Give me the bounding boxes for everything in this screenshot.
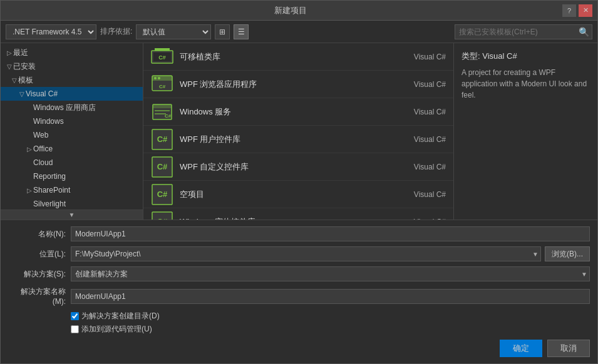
tree-item-recent[interactable]: ▷最近 bbox=[1, 46, 143, 59]
tree-label-windows: Windows bbox=[33, 117, 64, 126]
scroll-down-arrow[interactable]: ▼ bbox=[1, 210, 143, 220]
solution-name-label: 解决方案名称(M): bbox=[8, 286, 71, 306]
tree-item-sharepoint[interactable]: ▷SharePoint bbox=[1, 183, 143, 197]
template-lang-wpf-browser-app: Visual C# bbox=[396, 80, 446, 89]
source-control-checkbox[interactable] bbox=[71, 325, 79, 333]
sort-label: 排序依据: bbox=[100, 26, 132, 37]
template-name-empty-project: 空项目 bbox=[180, 189, 396, 200]
right-panel: 类型: Visual C# A project for creating a W… bbox=[453, 43, 597, 220]
svg-text:C#: C# bbox=[158, 54, 166, 61]
template-name-wpf-custom-control: WPF 自定义控件库 bbox=[180, 161, 396, 173]
main-content: ▷最近▽已安装▽模板▽Visual C#Windows 应用商店WindowsW… bbox=[1, 43, 597, 220]
ok-button[interactable]: 确定 bbox=[500, 340, 542, 357]
name-row: 名称(N): bbox=[8, 226, 590, 241]
tree-label-recent: 最近 bbox=[13, 48, 28, 58]
template-icon-empty-project: C# bbox=[151, 183, 173, 206]
template-name-windows-service: Windows 服务 bbox=[180, 106, 396, 118]
solution-select-wrap: 创建新解决方案 ▼ bbox=[71, 266, 590, 281]
title-controls: ? ✕ bbox=[562, 4, 592, 17]
framework-select[interactable]: .NET Framework 4.5 bbox=[6, 24, 96, 39]
tree-item-visual-csharp[interactable]: ▽Visual C# bbox=[1, 87, 143, 101]
svg-point-6 bbox=[158, 77, 160, 79]
template-item-windows-forms-control[interactable]: C# Windows 窗体控件库Visual C# bbox=[143, 208, 453, 220]
create-directory-checkbox[interactable] bbox=[71, 312, 79, 320]
template-icon-windows-service: C# bbox=[151, 101, 173, 123]
template-item-portable-class-lib[interactable]: C# 可移植类库Visual C# bbox=[143, 43, 453, 71]
tree-item-cloud[interactable]: Cloud bbox=[1, 156, 143, 169]
svg-rect-10 bbox=[155, 110, 170, 111]
solution-label: 解决方案(S): bbox=[8, 269, 71, 280]
tree-item-templates[interactable]: ▽模板 bbox=[1, 73, 143, 87]
svg-point-5 bbox=[154, 77, 157, 79]
template-item-windows-service[interactable]: C# Windows 服务Visual C# bbox=[143, 98, 453, 126]
tree-item-windows-store[interactable]: Windows 应用商店 bbox=[1, 101, 143, 114]
search-input[interactable] bbox=[455, 28, 576, 36]
tree-arrow-installed: ▽ bbox=[6, 63, 13, 70]
tree-label-installed: 已安装 bbox=[13, 61, 36, 72]
tree-arrow-recent: ▷ bbox=[6, 49, 13, 56]
template-item-wpf-custom-control[interactable]: C# WPF 自定义控件库Visual C# bbox=[143, 153, 453, 181]
tree-item-reporting[interactable]: Reporting bbox=[1, 169, 143, 183]
checkbox2-label: 添加到源代码管理(U) bbox=[81, 324, 152, 335]
left-panel: ▷最近▽已安装▽模板▽Visual C#Windows 应用商店WindowsW… bbox=[1, 43, 143, 220]
svg-text:C#: C# bbox=[159, 84, 166, 89]
tree-label-cloud: Cloud bbox=[33, 158, 53, 167]
tree-item-installed[interactable]: ▽已安装 bbox=[1, 59, 143, 73]
template-list: C# 可移植类库Visual C# C# WPF 浏览器应用程序Visual C… bbox=[143, 43, 453, 220]
solution-row: 解决方案(S): 创建新解决方案 ▼ bbox=[8, 266, 590, 281]
template-icon-wpf-user-control: C# bbox=[151, 128, 173, 151]
dialog-title: 新建项目 bbox=[18, 5, 562, 16]
template-name-windows-forms-control: Windows 窗体控件库 bbox=[180, 216, 396, 220]
template-item-wpf-user-control[interactable]: C# WPF 用户控件库Visual C# bbox=[143, 126, 453, 153]
solution-select[interactable]: 创建新解决方案 bbox=[71, 266, 590, 281]
bottom-form: 名称(N): 位置(L): ▼ 浏览(B)... 解决方案(S): 创建新解决方… bbox=[1, 220, 597, 363]
template-icon-wpf-browser-app: C# bbox=[151, 73, 173, 96]
tree-arrow-visual-csharp: ▽ bbox=[18, 91, 26, 98]
tree-label-reporting: Reporting bbox=[33, 172, 66, 181]
template-item-wpf-browser-app[interactable]: C# WPF 浏览器应用程序Visual C# bbox=[143, 71, 453, 98]
tree-scroll[interactable]: ▷最近▽已安装▽模板▽Visual C#Windows 应用商店WindowsW… bbox=[1, 43, 143, 210]
template-name-portable-class-lib: 可移植类库 bbox=[180, 51, 396, 63]
checkbox1-label: 为解决方案创建目录(D) bbox=[81, 311, 160, 321]
help-button[interactable]: ? bbox=[562, 4, 576, 17]
list-view-button[interactable]: ☰ bbox=[234, 24, 249, 39]
sort-select[interactable]: 默认值 bbox=[136, 24, 211, 39]
tree-arrow-templates: ▽ bbox=[11, 77, 18, 84]
browse-button[interactable]: 浏览(B)... bbox=[545, 246, 590, 261]
tree-arrow-sharepoint: ▷ bbox=[26, 187, 33, 194]
tree-label-office: Office bbox=[33, 144, 53, 153]
svg-text:C#: C# bbox=[157, 162, 168, 171]
title-bar: 新建项目 ? ✕ bbox=[1, 1, 597, 21]
template-item-empty-project[interactable]: C# 空项目Visual C# bbox=[143, 181, 453, 208]
svg-text:C#: C# bbox=[165, 113, 172, 119]
tree-item-office[interactable]: ▷Office bbox=[1, 142, 143, 156]
tree-arrow-office: ▷ bbox=[26, 146, 33, 153]
svg-rect-9 bbox=[153, 104, 172, 108]
tree-item-silverlight[interactable]: Silverlight bbox=[1, 197, 143, 210]
tree-label-windows-store: Windows 应用商店 bbox=[33, 103, 96, 113]
bottom-buttons: 确定 取消 bbox=[8, 340, 590, 357]
tree-label-web: Web bbox=[33, 131, 48, 139]
tree-item-windows[interactable]: Windows bbox=[1, 114, 143, 128]
template-lang-portable-class-lib: Visual C# bbox=[396, 53, 446, 61]
template-name-wpf-user-control: WPF 用户控件库 bbox=[180, 134, 396, 145]
new-project-dialog: 新建项目 ? ✕ .NET Framework 4.5 排序依据: 默认值 ⊞ … bbox=[0, 0, 598, 364]
close-button[interactable]: ✕ bbox=[579, 4, 592, 17]
tree-item-web[interactable]: Web bbox=[1, 128, 143, 142]
solution-name-row: 解决方案名称(M): bbox=[8, 286, 590, 306]
grid-view-button[interactable]: ⊞ bbox=[215, 24, 230, 39]
search-icon[interactable]: 🔍 bbox=[576, 27, 592, 37]
svg-text:C#: C# bbox=[157, 134, 168, 144]
cancel-button[interactable]: 取消 bbox=[547, 340, 590, 357]
checkbox2-row: 添加到源代码管理(U) bbox=[71, 324, 590, 335]
svg-text:C#: C# bbox=[157, 217, 168, 220]
name-label: 名称(N): bbox=[8, 229, 71, 240]
tree-label-visual-csharp: Visual C# bbox=[26, 89, 58, 98]
template-icon-portable-class-lib: C# bbox=[151, 46, 173, 68]
name-input[interactable] bbox=[71, 226, 590, 241]
template-icon-wpf-custom-control: C# bbox=[151, 156, 173, 178]
type-label: 类型: Visual C# bbox=[461, 51, 590, 62]
location-label: 位置(L): bbox=[8, 249, 71, 260]
location-input[interactable] bbox=[71, 246, 541, 261]
solution-name-input[interactable] bbox=[71, 289, 590, 304]
